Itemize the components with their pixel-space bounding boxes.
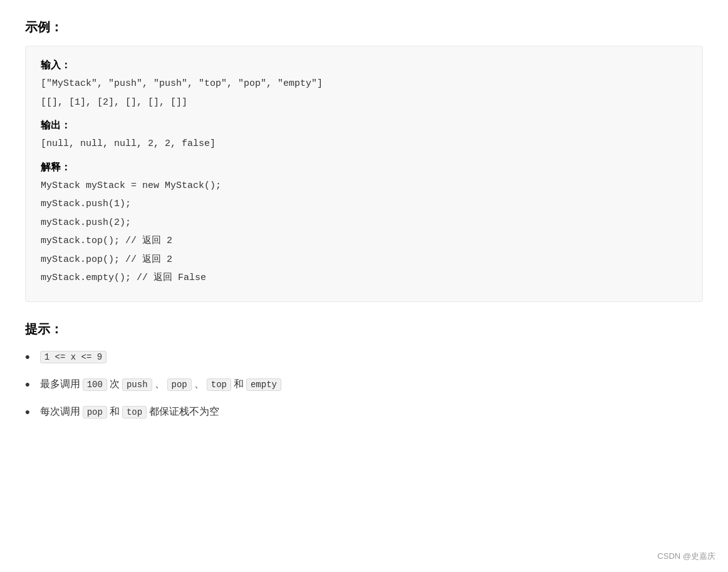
hint-text: 都保证栈不为空 (149, 405, 219, 419)
hint-text: 和 (110, 405, 120, 419)
explanation-line: myStack.push(1); (41, 196, 687, 212)
hint-content: 最多调用 100 次 push、pop、top 和 empty (40, 378, 281, 391)
input-section: 输入： ["MyStack", "push", "push", "top", "… (41, 59, 687, 110)
hint-text: 、 (194, 378, 204, 391)
explanation-section: 解释： MyStack myStack = new MyStack();mySt… (41, 161, 687, 286)
input-label: 输入： (41, 59, 687, 72)
hint-text: 、 (155, 378, 165, 391)
hint-item: •最多调用 100 次 push、pop、top 和 empty (25, 378, 703, 392)
hint-text: 每次调用 (40, 405, 80, 419)
code-tag: 100 (83, 378, 107, 391)
input-line1: ["MyStack", "push", "push", "top", "pop"… (41, 76, 687, 92)
example-title: 示例： (25, 19, 703, 36)
explanation-line: myStack.push(2); (41, 215, 687, 231)
bullet-icon: • (25, 350, 30, 364)
hint-item: •1 <= x <= 9 (25, 350, 703, 364)
hint-list: •1 <= x <= 9•最多调用 100 次 push、pop、top 和 e… (25, 350, 703, 419)
code-tag: pop (83, 406, 107, 419)
code-tag: top (207, 378, 231, 391)
output-line: [null, null, null, 2, 2, false] (41, 136, 687, 152)
code-tag: push (122, 378, 152, 391)
explanation-label: 解释： (41, 161, 687, 174)
input-line2: [[], [1], [2], [], [], []] (41, 95, 687, 111)
code-tag: 1 <= x <= 9 (40, 351, 107, 363)
hint-text: 次 (110, 378, 120, 391)
explanation-line: myStack.top(); // 返回 2 (41, 233, 687, 249)
output-label: 输出： (41, 119, 687, 132)
explanation-line: myStack.empty(); // 返回 False (41, 270, 687, 286)
hint-content: 1 <= x <= 9 (40, 351, 107, 363)
example-box: 输入： ["MyStack", "push", "push", "top", "… (25, 46, 703, 302)
explanation-lines: MyStack myStack = new MyStack();myStack.… (41, 178, 687, 286)
code-tag: top (122, 406, 147, 419)
code-tag: pop (167, 378, 192, 391)
output-section: 输出： [null, null, null, 2, 2, false] (41, 119, 687, 152)
bullet-icon: • (25, 405, 30, 419)
hint-text: 最多调用 (40, 378, 80, 391)
explanation-line: myStack.pop(); // 返回 2 (41, 252, 687, 268)
watermark: CSDN @史嘉庆 (657, 551, 715, 562)
hint-text: 和 (234, 378, 244, 391)
bullet-icon: • (25, 378, 30, 392)
hint-content: 每次调用 pop 和 top 都保证栈不为空 (40, 405, 219, 419)
hints-section: 提示： •1 <= x <= 9•最多调用 100 次 push、pop、top… (25, 321, 703, 419)
hints-title: 提示： (25, 321, 703, 338)
code-tag: empty (246, 378, 281, 391)
explanation-line: MyStack myStack = new MyStack(); (41, 178, 687, 194)
hint-item: •每次调用 pop 和 top 都保证栈不为空 (25, 405, 703, 419)
example-section: 示例： 输入： ["MyStack", "push", "push", "top… (25, 19, 703, 302)
